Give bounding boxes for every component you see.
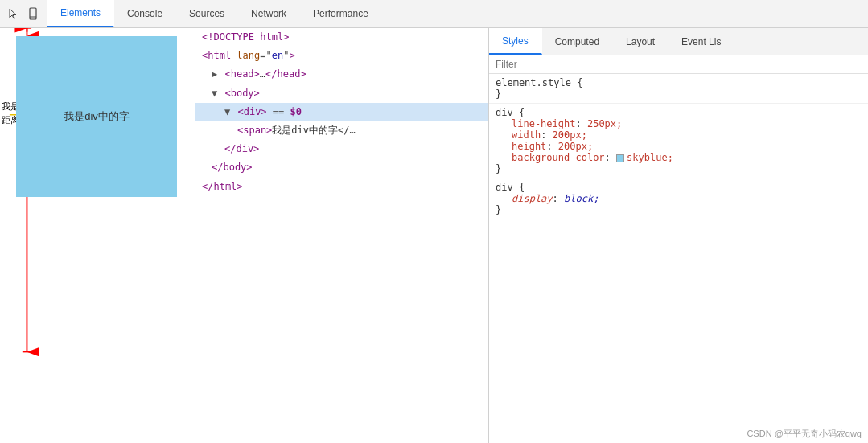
preview-box: 我是div中的字: [16, 36, 177, 197]
preview-box-text: 我是div中的字: [64, 109, 130, 124]
dom-div-selected[interactable]: ▼ <div> == $0: [195, 103, 488, 121]
mobile-icon[interactable]: [26, 6, 40, 21]
watermark: CSDN @平平无奇小码农qwq: [747, 428, 862, 440]
css-rule-div-2: div { display: block; }: [489, 178, 868, 219]
svg-rect-0: [30, 8, 36, 19]
tab-console[interactable]: Console: [114, 0, 176, 27]
dom-body-open[interactable]: ▼ <body>: [195, 84, 488, 103]
tab-network[interactable]: Network: [238, 0, 300, 27]
subtab-styles[interactable]: Styles: [489, 28, 542, 55]
css-prop-line-height[interactable]: line-height: 250px;: [496, 118, 862, 129]
dom-head[interactable]: ▶ <head>…</head>: [195, 65, 488, 84]
styles-panel: Styles Computed Layout Event Lis element…: [489, 28, 868, 443]
devtools-toolbar: Elements Console Sources Network Perform…: [0, 0, 868, 28]
css-selector-element: element.style {: [496, 77, 862, 88]
css-close-div-2: }: [496, 204, 862, 215]
dom-doctype[interactable]: <!DOCTYPE html>: [195, 28, 488, 47]
tab-performance[interactable]: Performance: [300, 0, 382, 27]
subtab-layout[interactable]: Layout: [613, 28, 668, 55]
toolbar-icons: [0, 0, 47, 27]
css-prop-display[interactable]: display: block;: [496, 193, 862, 204]
css-rule-element-style: element.style { }: [489, 74, 868, 104]
css-prop-height[interactable]: height: 200px;: [496, 141, 862, 152]
tab-sources[interactable]: Sources: [176, 0, 238, 27]
css-close-div-1: }: [496, 163, 862, 174]
toolbar-tabs: Elements Console Sources Network Perform…: [47, 0, 382, 27]
dom-html[interactable]: <html lang="en">: [195, 47, 488, 65]
dom-panel: <!DOCTYPE html> <html lang="en"> ▶ <head…: [195, 28, 489, 443]
css-prop-bg-color[interactable]: background-color: skyblue;: [496, 152, 862, 163]
css-selector-div-1: div {: [496, 107, 862, 118]
styles-content: element.style { } div { line-height: 250…: [489, 74, 868, 443]
filter-input[interactable]: [496, 59, 862, 70]
sub-tabs: Styles Computed Layout Event Lis: [489, 28, 868, 55]
css-close-1: }: [496, 88, 862, 100]
main-content: 顶部距离 117px 我是div中的字 距离 67px 底部距离 117px. …: [0, 28, 868, 443]
css-selector-div-2: div {: [496, 182, 862, 193]
css-prop-width[interactable]: width: 200px;: [496, 129, 862, 141]
dom-span[interactable]: <span>我是div中的字</…: [195, 121, 488, 140]
subtab-computed[interactable]: Computed: [542, 28, 613, 55]
dom-html-close[interactable]: </html>: [195, 178, 488, 196]
dom-body-close[interactable]: </body>: [195, 158, 488, 177]
tab-elements[interactable]: Elements: [47, 0, 114, 27]
dom-div-close[interactable]: </div>: [195, 140, 488, 158]
preview-panel: 顶部距离 117px 我是div中的字 距离 67px 底部距离 117px. …: [0, 28, 195, 443]
color-swatch[interactable]: [616, 154, 624, 162]
filter-bar: [489, 55, 868, 74]
subtab-event-listeners[interactable]: Event Lis: [668, 28, 734, 55]
css-rule-div-1: div { line-height: 250px; width: 200px; …: [489, 104, 868, 178]
cursor-icon[interactable]: [6, 6, 21, 21]
